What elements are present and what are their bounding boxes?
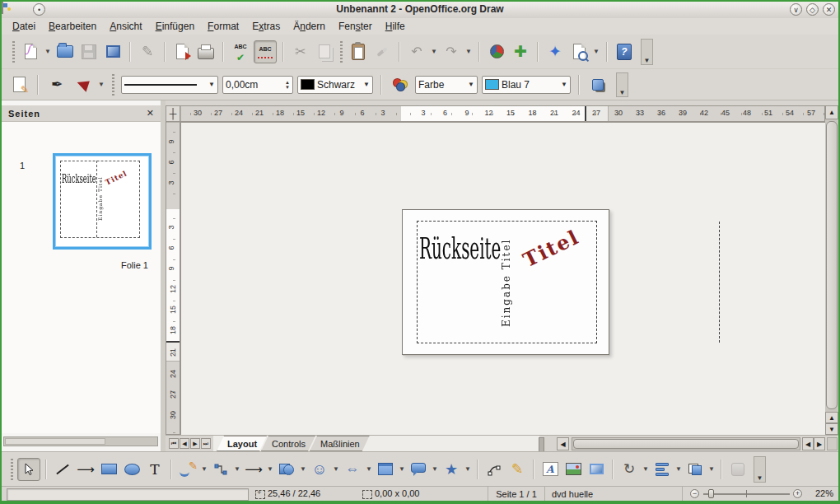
line-icon[interactable]: ✒ bbox=[46, 74, 68, 96]
menu-bearbeiten[interactable]: Bearbeiten bbox=[43, 19, 102, 34]
menu-ansicht[interactable]: Ansicht bbox=[104, 19, 147, 34]
panel-horizontal-scrollbar[interactable] bbox=[3, 436, 158, 446]
styles-icon[interactable]: ✎ bbox=[8, 74, 30, 96]
undo-dropdown-icon[interactable]: ▼ bbox=[430, 41, 438, 63]
horizontal-ruler[interactable]: 3027242118151296336912151821242730333639… bbox=[180, 105, 825, 122]
undo-icon[interactable]: ↶ bbox=[406, 41, 427, 63]
redo-icon[interactable]: ↷ bbox=[441, 41, 462, 63]
line-tool-icon[interactable] bbox=[52, 459, 73, 480]
select-tool-icon[interactable] bbox=[17, 458, 40, 481]
menu-datei[interactable]: Datei bbox=[7, 19, 41, 34]
toolbar-drag-handle[interactable] bbox=[11, 459, 13, 480]
drawing-canvas[interactable]: Rückseite Eingabe Titel Titel bbox=[180, 122, 825, 435]
arrange-icon[interactable] bbox=[684, 459, 706, 480]
scroll-up2-icon[interactable]: ▲ bbox=[825, 412, 838, 423]
tab-layout[interactable]: Layout bbox=[217, 436, 268, 451]
toolbar-overflow-icon[interactable]: ▼ bbox=[616, 72, 628, 97]
fill-color-select[interactable]: Blau 7 ▼ bbox=[482, 76, 571, 94]
symbol-shapes-dropdown-icon[interactable]: ▼ bbox=[332, 459, 340, 480]
back-cover-text[interactable]: Rückseite bbox=[419, 232, 501, 265]
minimize-icon[interactable]: ∨ bbox=[790, 3, 802, 16]
gallery-icon[interactable] bbox=[586, 459, 607, 480]
extrusion-icon[interactable] bbox=[727, 459, 749, 480]
insert-picture-icon[interactable] bbox=[562, 459, 584, 480]
lines-arrows-dropdown-icon[interactable]: ▼ bbox=[266, 459, 274, 480]
help-icon[interactable]: ? bbox=[614, 41, 635, 63]
vertical-scroll-thumb[interactable] bbox=[826, 121, 838, 409]
maximize-icon[interactable]: ◇ bbox=[806, 3, 819, 16]
redo-dropdown-icon[interactable]: ▼ bbox=[464, 41, 473, 63]
area-style-icon[interactable] bbox=[390, 74, 411, 96]
toolbar-overflow-icon[interactable]: ▼ bbox=[641, 39, 653, 65]
line-color-select[interactable]: Schwarz ▼ bbox=[297, 76, 373, 94]
zoom-in-icon[interactable]: + bbox=[793, 489, 802, 498]
connector-tool-icon[interactable] bbox=[210, 459, 231, 480]
hscroll-left2-icon[interactable]: ◀ bbox=[802, 437, 814, 450]
page-number-cell[interactable]: Seite 1 / 1 bbox=[488, 487, 545, 501]
fontwork-icon[interactable]: A bbox=[539, 459, 561, 480]
edit-points-icon[interactable] bbox=[483, 459, 505, 480]
page-object[interactable]: Rückseite Eingabe Titel Titel bbox=[402, 209, 609, 355]
zoom-slider-thumb[interactable] bbox=[708, 489, 714, 498]
navigator-icon[interactable]: ✦ bbox=[544, 41, 566, 63]
menu-fenster[interactable]: Fenster bbox=[333, 19, 378, 34]
arrange-dropdown-icon[interactable]: ▼ bbox=[707, 459, 716, 480]
edit-file-icon[interactable]: ✎ bbox=[137, 41, 158, 63]
ellipse-tool-icon[interactable] bbox=[121, 459, 142, 480]
panel-close-icon[interactable]: ✕ bbox=[147, 108, 154, 119]
export-pdf-icon[interactable] bbox=[171, 41, 193, 63]
block-arrows-dropdown-icon[interactable]: ▼ bbox=[365, 459, 373, 480]
previous-page-icon[interactable]: ◀ bbox=[180, 438, 189, 449]
zoom-dropdown-icon[interactable]: ▼ bbox=[592, 41, 600, 63]
symbol-shapes-icon[interactable]: ☺ bbox=[309, 459, 330, 480]
toolbar-drag-handle[interactable] bbox=[340, 41, 343, 63]
toolbar-overflow-icon[interactable]: ▼ bbox=[754, 456, 766, 483]
flowchart-dropdown-icon[interactable]: ▼ bbox=[398, 459, 406, 480]
vertical-scrollbar[interactable]: ▲ ▲ ▼ bbox=[825, 105, 838, 435]
alignment-icon[interactable] bbox=[651, 459, 673, 480]
page-thumbnail[interactable]: Rückseite Eingabe Titel Titel bbox=[53, 153, 152, 250]
basic-shapes-dropdown-icon[interactable]: ▼ bbox=[299, 459, 307, 480]
format-paintbrush-icon[interactable] bbox=[371, 41, 393, 63]
toolbar-drag-handle[interactable] bbox=[112, 74, 114, 96]
shadow-icon[interactable] bbox=[587, 74, 609, 96]
edit-document-icon[interactable] bbox=[102, 41, 124, 63]
fill-type-select[interactable]: Farbe ▼ bbox=[415, 76, 478, 94]
alignment-dropdown-icon[interactable]: ▼ bbox=[674, 459, 683, 480]
tab-scroll-splitter[interactable] bbox=[539, 437, 544, 452]
flowchart-icon[interactable] bbox=[375, 459, 396, 480]
print-icon[interactable] bbox=[195, 41, 217, 63]
hscroll-left-icon[interactable]: ◀ bbox=[557, 437, 569, 450]
block-arrows-icon[interactable]: ⇔ bbox=[342, 459, 363, 480]
title-bar[interactable]: • Unbenannt 2 - OpenOffice.org Draw ∨ ◇ … bbox=[2, 2, 838, 19]
menu-format[interactable]: Format bbox=[202, 19, 245, 34]
menu-hilfe[interactable]: Hilfe bbox=[380, 19, 411, 34]
arrow-style-dropdown-icon[interactable]: ▼ bbox=[97, 74, 105, 96]
callouts-dropdown-icon[interactable]: ▼ bbox=[431, 459, 439, 480]
first-page-icon[interactable]: ⏮ bbox=[169, 438, 179, 449]
spine-text[interactable]: Eingabe Titel bbox=[501, 225, 512, 340]
toolbar-drag-handle[interactable] bbox=[12, 41, 15, 63]
menu-extras[interactable]: Extras bbox=[246, 19, 286, 34]
menu-ndern[interactable]: Ändern bbox=[287, 19, 331, 34]
connector-dropdown-icon[interactable]: ▼ bbox=[233, 459, 241, 480]
glue-points-icon[interactable]: ✎ bbox=[506, 459, 528, 480]
next-page-icon[interactable]: ▶ bbox=[190, 438, 200, 449]
line-style-select[interactable]: ▼ bbox=[121, 76, 218, 94]
vertical-ruler[interactable]: 96336912151821242730 bbox=[166, 122, 180, 435]
draw-functions-icon[interactable]: ✚ bbox=[510, 41, 531, 63]
document-name-cell[interactable]: dvd huelle bbox=[547, 487, 683, 501]
scroll-up-icon[interactable]: ▲ bbox=[825, 105, 838, 119]
new-document-icon[interactable]: ∫ bbox=[20, 41, 41, 63]
spellcheck-icon[interactable]: ABC✔ bbox=[230, 41, 251, 63]
tab-controls[interactable]: Controls bbox=[261, 436, 316, 451]
hscroll-right-icon[interactable]: ▶ bbox=[814, 437, 825, 450]
horizontal-scrollbar[interactable] bbox=[572, 437, 800, 450]
auto-spellcheck-icon[interactable]: ABC bbox=[254, 40, 277, 63]
basic-shapes-icon[interactable] bbox=[276, 459, 297, 480]
tab-malinien[interactable]: Maßlinien bbox=[310, 436, 371, 451]
chart-icon[interactable] bbox=[486, 41, 507, 63]
open-icon[interactable] bbox=[54, 41, 76, 63]
zoom-icon[interactable] bbox=[568, 41, 590, 63]
rotate-dropdown-icon[interactable]: ▼ bbox=[642, 459, 650, 480]
